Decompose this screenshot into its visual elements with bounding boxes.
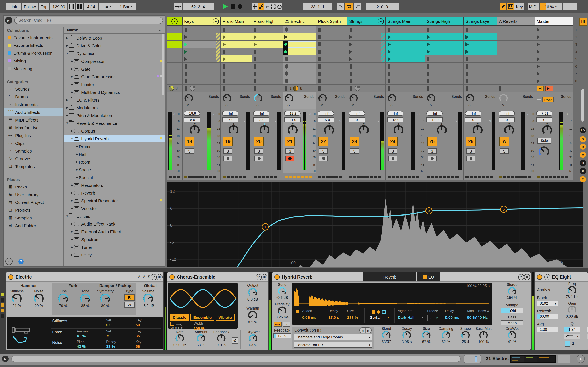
clip-play-button[interactable] <box>254 42 257 46</box>
tree-expand-arrow[interactable]: ▶ <box>75 175 79 179</box>
send-a-knob[interactable] <box>499 94 508 103</box>
chorus-warmth[interactable]: Warmth0.2 % <box>241 306 264 324</box>
electric-volume-knob[interactable] <box>143 293 154 304</box>
type-option-r[interactable]: R <box>124 294 135 300</box>
stop-row-pluck-synth[interactable] <box>316 85 347 92</box>
scene-launch-button[interactable] <box>536 64 540 68</box>
sidebar-item-samples[interactable]: ▥Samples <box>4 214 63 221</box>
peak-level-display[interactable]: -Inf <box>426 111 443 116</box>
hybrid-stereo-knob[interactable] <box>508 287 517 296</box>
stop-all-track-clips-button[interactable] <box>223 86 225 90</box>
crossfader-knob[interactable] <box>538 146 550 157</box>
chorus-amount[interactable]: Amount63 % <box>191 330 211 347</box>
clip-slot-scene-col-7[interactable] <box>167 70 182 77</box>
clip-slot-strings-high-7[interactable] <box>425 70 464 77</box>
arm-button[interactable] <box>466 156 475 161</box>
type-option-w[interactable]: W <box>124 302 135 308</box>
clip-stop-button[interactable] <box>223 50 225 54</box>
sidebar-item-mixing[interactable]: Mixing <box>4 57 63 64</box>
stop-row-piano-main[interactable] <box>221 85 252 92</box>
clip-stop-button[interactable] <box>350 64 352 68</box>
clip-slot-piano-main-3[interactable] <box>221 41 252 48</box>
tree-expand-arrow[interactable]: ▶ <box>70 199 74 202</box>
frz-delay-value[interactable]: 0.00 ms <box>445 315 459 320</box>
clip-slot-strings-main-2[interactable] <box>386 33 425 41</box>
mod-value[interactable]: 56 <box>136 344 140 349</box>
tree-item-corpus[interactable]: ▶Corpus <box>64 127 164 134</box>
scene-launch-button[interactable] <box>536 35 540 39</box>
clip-stop-button[interactable] <box>185 79 187 83</box>
stop-all-clips-button[interactable]: ▶≡ <box>545 85 553 91</box>
clip-slot-strings-layer-8[interactable] <box>464 77 497 85</box>
tree-expand-arrow[interactable]: ▶ <box>70 75 74 78</box>
eq8-band1-toggle[interactable] <box>565 341 571 347</box>
sidebar-item-mastering[interactable]: Mastering <box>4 64 63 72</box>
tree-item-delay-loop[interactable]: ▶Delay & Loop <box>64 34 164 42</box>
clip-slot-strings-layer-5[interactable] <box>464 55 497 63</box>
sidebar-item-favorite-instruments[interactable]: Favorite Instruments <box>4 33 63 41</box>
mod-value[interactable]: 79 <box>106 334 111 338</box>
ms-button[interactable]: ms <box>274 322 282 327</box>
clip-slot-piano-main-4[interactable] <box>221 48 252 55</box>
tree-expand-arrow[interactable]: ▼ <box>65 122 69 124</box>
clip-slot-electric-21-8[interactable] <box>283 77 316 85</box>
clip-slot-keys-5[interactable] <box>182 55 221 63</box>
pan-knob[interactable] <box>190 125 200 135</box>
clip-slot-keys-3[interactable] <box>182 41 221 48</box>
clip-slot-master-7[interactable] <box>535 70 573 77</box>
solo-button[interactable]: S <box>500 149 509 154</box>
mixer-strip-strings-main[interactable]: -Inf-18.9▼24S0612182430364860◁ <box>386 109 425 173</box>
record-slot-button[interactable] <box>285 57 288 61</box>
device-thumbnail-eq8[interactable] <box>558 355 570 363</box>
tree-item-multiband-dynamics[interactable]: ▶Multiband Dynamics <box>64 88 164 96</box>
clip-stop-button[interactable] <box>254 79 256 83</box>
clip-slot-strings-high-8[interactable] <box>425 77 464 85</box>
clip-slot-keys-4[interactable] <box>182 48 221 55</box>
transport-tap-tempo[interactable]: Tap <box>39 3 49 10</box>
electric-symmetry-knob[interactable] <box>100 293 111 304</box>
bass-mono-toggle[interactable]: Mono <box>501 320 523 325</box>
clip-play-button[interactable] <box>388 50 391 54</box>
hybrid-bassmult[interactable]: Bass Mult100 % <box>474 327 493 344</box>
group-play-button[interactable] <box>184 50 187 54</box>
clip-stop-button[interactable] <box>319 35 320 39</box>
electric-noise[interactable]: Noise29 % <box>29 289 48 308</box>
clip-slot-electric-21-6[interactable] <box>283 63 316 70</box>
clip-slot-strings-layer-3[interactable] <box>464 41 497 48</box>
overview-bar-piano-high[interactable] <box>252 173 283 180</box>
clip-slot-strings-layer-2[interactable] <box>464 33 497 41</box>
clip-slot-strings-5[interactable] <box>347 55 386 63</box>
transport-key-map-mode[interactable]: Key <box>515 3 524 10</box>
save-preset-icon[interactable]: ▣ <box>261 274 268 280</box>
transport-nudge-down[interactable] <box>68 3 75 10</box>
ir-prev-next[interactable]: ◀▶ <box>359 327 372 333</box>
peak-level-display[interactable]: -Inf <box>253 111 269 116</box>
sidebar-item-max-for-live[interactable]: ▣Max for Live <box>4 124 63 131</box>
track-number-button[interactable]: 20 <box>254 137 264 146</box>
track-number-button[interactable]: 24 <box>388 137 398 146</box>
clip-play-button[interactable] <box>388 57 391 61</box>
pan-knob[interactable] <box>324 125 334 135</box>
electric-symmetry[interactable]: Symmetry80 % <box>96 289 115 308</box>
session-scrollbar[interactable] <box>581 89 584 122</box>
solo-button[interactable]: S <box>388 149 397 154</box>
stop-row-strings[interactable] <box>347 85 386 92</box>
clip-play-button[interactable] <box>427 50 430 54</box>
peak-level-display[interactable]: -12.2 <box>284 111 301 116</box>
hpf-freq-value[interactable]: 50.0 Hz <box>170 326 182 330</box>
send-a-knob[interactable] <box>349 94 358 103</box>
transport-link[interactable]: Link <box>6 3 21 10</box>
tree-expand-arrow[interactable]: ▶ <box>70 129 74 132</box>
arm-button[interactable] <box>428 156 437 161</box>
clip-stop-button[interactable] <box>254 27 256 32</box>
hpf-checkbox[interactable] <box>170 322 174 326</box>
chorus-drywet-knob[interactable] <box>249 334 258 343</box>
clip-stop-button[interactable] <box>185 27 187 32</box>
mixer-strip-a-reverb[interactable]: -Inf0▼AS0612182430364860◁ <box>497 109 535 173</box>
chain-button-a[interactable]: A <box>137 275 141 279</box>
eq8-band1-q-box[interactable]: 1.24 <box>564 327 580 332</box>
clip-slot-master-3[interactable] <box>535 41 573 48</box>
pan-knob[interactable] <box>436 125 447 135</box>
ir-prev[interactable]: ◀ <box>360 328 366 333</box>
clip-stop-button[interactable] <box>388 27 390 32</box>
